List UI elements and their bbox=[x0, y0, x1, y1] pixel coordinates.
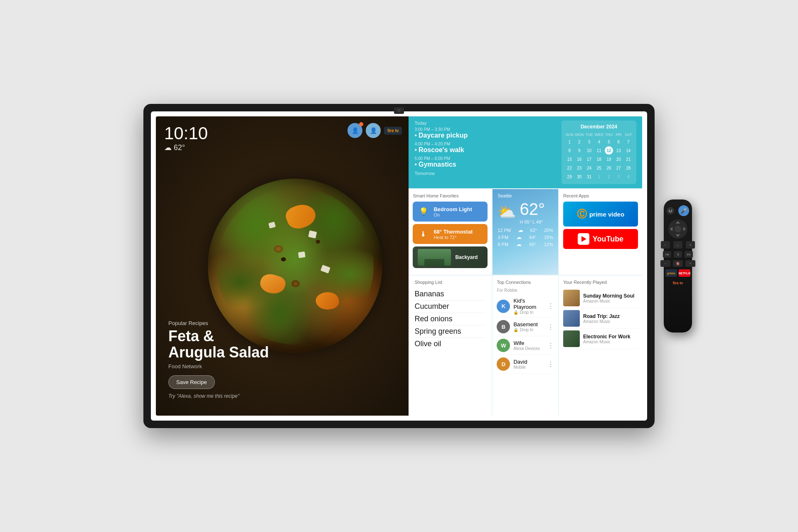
cal-day-19[interactable]: 19 bbox=[605, 155, 613, 163]
schedule-list: Today 3:00 PM – 3:30 PM Daycare pickup 4… bbox=[414, 121, 557, 184]
cal-day-8[interactable]: 8 bbox=[565, 146, 574, 155]
remote-mic-button[interactable]: 🎤 bbox=[678, 205, 689, 216]
youtube-app[interactable]: YouTube bbox=[563, 229, 638, 249]
cal-day-23[interactable]: 23 bbox=[575, 164, 584, 172]
connection-kids-playroom[interactable]: K Kid's Playroom 🔒 Drop In ⋮ bbox=[497, 295, 554, 318]
remote-prime-shortcut[interactable]: prime bbox=[665, 269, 677, 277]
connections-subtitle: For Robbie bbox=[497, 288, 554, 293]
thermostat-icon: 🌡 bbox=[418, 228, 429, 240]
time-display: 10:10 ☁ 62° bbox=[164, 125, 208, 152]
cal-day-5[interactable]: 5 bbox=[605, 138, 613, 146]
track-name-3: Electronic For Work bbox=[583, 334, 631, 340]
schedule-item-1: 3:00 PM – 3:30 PM Daycare pickup bbox=[414, 127, 557, 139]
connections-title: Top Connections bbox=[497, 280, 554, 285]
cal-day-14[interactable]: 14 bbox=[624, 146, 633, 155]
cal-day-28[interactable]: 28 bbox=[624, 164, 633, 172]
remote-media-row: ⏮ ⏸ ⏭ bbox=[663, 251, 693, 258]
today-label: Today bbox=[414, 121, 557, 126]
remote-fastforward-button[interactable]: ⏭ bbox=[685, 251, 693, 258]
tv-screen: 10:10 ☁ 62° 👤 👤 fire tv Pop bbox=[156, 116, 642, 416]
cal-day-16[interactable]: 16 bbox=[575, 155, 584, 163]
smart-home-light-text: Bedroom Light On bbox=[433, 206, 472, 217]
cal-day-1[interactable]: 1 bbox=[565, 138, 574, 146]
cal-day-12-today[interactable]: 12 bbox=[605, 146, 613, 155]
cal-day-30[interactable]: 30 bbox=[575, 172, 584, 181]
connection-name-basement: Basement bbox=[513, 321, 538, 328]
cal-day-20[interactable]: 20 bbox=[614, 155, 623, 163]
remote-select-button[interactable] bbox=[675, 226, 681, 232]
cal-day-26[interactable]: 26 bbox=[605, 164, 613, 172]
weather-city: Seattle bbox=[498, 193, 553, 198]
connection-basement[interactable]: B Basement 🔒 Drop In ⋮ bbox=[497, 318, 554, 336]
connection-name-david: David bbox=[513, 359, 527, 365]
prime-video-app[interactable]: Ⓒ prime video bbox=[563, 202, 638, 227]
calendar-grid: SUN MON TUE WED THU FRI SAT 1 2 3 4 bbox=[565, 132, 633, 181]
user-avatar-2[interactable]: 👤 bbox=[366, 123, 381, 138]
schedule-section: Today 3:00 PM – 3:30 PM Daycare pickup 4… bbox=[409, 116, 642, 188]
cal-day-2[interactable]: 2 bbox=[575, 138, 584, 146]
cal-day-29[interactable]: 29 bbox=[565, 172, 574, 181]
smart-home-thermostat[interactable]: 🌡 68° Thermostat Heat to 72° bbox=[413, 224, 488, 244]
connection-more-wife[interactable]: ⋮ bbox=[547, 342, 554, 350]
played-info-3: Electronic For Work Amazon Music bbox=[583, 334, 631, 344]
track-source-2: Amazon Music bbox=[583, 319, 620, 324]
remote-home-button[interactable]: ⌂ bbox=[673, 241, 682, 249]
cal-day-15[interactable]: 15 bbox=[565, 155, 574, 163]
cal-day-25[interactable]: 25 bbox=[595, 164, 603, 172]
recipe-background: 10:10 ☁ 62° 👤 👤 fire tv Pop bbox=[156, 116, 409, 416]
save-recipe-button[interactable]: Save Recipe bbox=[168, 375, 215, 389]
remote-up-arrow bbox=[676, 221, 680, 224]
shopping-list-section: Shopping List Bananas Cucumber Red onion… bbox=[409, 276, 492, 416]
remote-vol-up-button[interactable]: + bbox=[685, 260, 695, 267]
cal-day-13[interactable]: 13 bbox=[614, 146, 623, 155]
cal-day-22[interactable]: 22 bbox=[565, 164, 574, 172]
cal-day-31[interactable]: 31 bbox=[585, 172, 594, 181]
cal-day-6[interactable]: 6 bbox=[614, 138, 623, 146]
hour-time-2: 3 PM bbox=[498, 235, 508, 240]
shopping-item-red-onions: Red onions bbox=[414, 313, 486, 325]
connection-david[interactable]: D David Mobile ⋮ bbox=[497, 355, 554, 374]
remote-rewind-button[interactable]: ⏮ bbox=[663, 251, 671, 258]
smart-home-camera[interactable]: Backyard bbox=[413, 246, 488, 268]
connections-header: Top Connections For Robbie bbox=[497, 280, 554, 293]
cal-day-27[interactable]: 27 bbox=[614, 164, 623, 172]
played-thumb-1 bbox=[563, 290, 580, 306]
connection-avatar-kids: K bbox=[497, 300, 510, 313]
connections-section: Top Connections For Robbie K Kid's Playr… bbox=[493, 276, 558, 416]
remote-playpause-button[interactable]: ⏸ bbox=[674, 251, 682, 258]
hour-temp-3: 65° bbox=[530, 242, 537, 247]
camera-label: Backyard bbox=[455, 254, 478, 260]
remote-back-button[interactable]: ← bbox=[661, 241, 670, 249]
connection-more-david[interactable]: ⋮ bbox=[547, 360, 554, 368]
connection-more-kids[interactable]: ⋮ bbox=[547, 302, 554, 310]
cal-day-3[interactable]: 3 bbox=[585, 138, 594, 146]
played-item-3[interactable]: Electronic For Work Amazon Music bbox=[563, 329, 638, 349]
smart-home-bedroom-light[interactable]: 💡 Bedroom Light On bbox=[413, 202, 488, 222]
cal-day-10[interactable]: 10 bbox=[585, 146, 594, 155]
remote-vol-down-button[interactable]: − bbox=[660, 260, 670, 267]
remote-power-button[interactable] bbox=[667, 207, 674, 214]
weather-hi-lo: H 65° L 48° bbox=[520, 219, 545, 224]
cal-day-24[interactable]: 24 bbox=[585, 164, 594, 172]
remote-mute-button[interactable]: 🔇 bbox=[673, 260, 683, 267]
cal-day-4[interactable]: 4 bbox=[595, 138, 603, 146]
recipe-category: Popular Recipes bbox=[168, 320, 269, 326]
cal-day-17[interactable]: 17 bbox=[585, 155, 594, 163]
connection-wife[interactable]: W Wife Alexa Devices ⋮ bbox=[497, 336, 554, 355]
remote-menu-button[interactable]: ≡ bbox=[686, 241, 695, 249]
played-item-1[interactable]: Sunday Morning Soul Amazon Music bbox=[563, 288, 638, 308]
connection-more-basement[interactable]: ⋮ bbox=[547, 323, 554, 331]
cal-day-18[interactable]: 18 bbox=[595, 155, 603, 163]
cal-day-7[interactable]: 7 bbox=[624, 138, 633, 146]
connection-status-wife: Alexa Devices bbox=[513, 346, 539, 351]
cal-day-21[interactable]: 21 bbox=[624, 155, 633, 163]
cal-day-9[interactable]: 9 bbox=[575, 146, 584, 155]
remote-nav-ring[interactable] bbox=[668, 219, 687, 239]
played-item-2[interactable]: Road Trip: Jazz Amazon Music bbox=[563, 308, 638, 329]
remote-netflix-shortcut[interactable]: NETFLIX bbox=[679, 269, 690, 277]
notification-icon[interactable]: 👤 bbox=[347, 123, 362, 138]
played-thumb-2 bbox=[563, 310, 580, 327]
tomorrow-label: Tomorrow bbox=[414, 171, 557, 176]
connection-avatar-wife: W bbox=[497, 339, 510, 352]
cal-day-11[interactable]: 11 bbox=[595, 146, 603, 155]
